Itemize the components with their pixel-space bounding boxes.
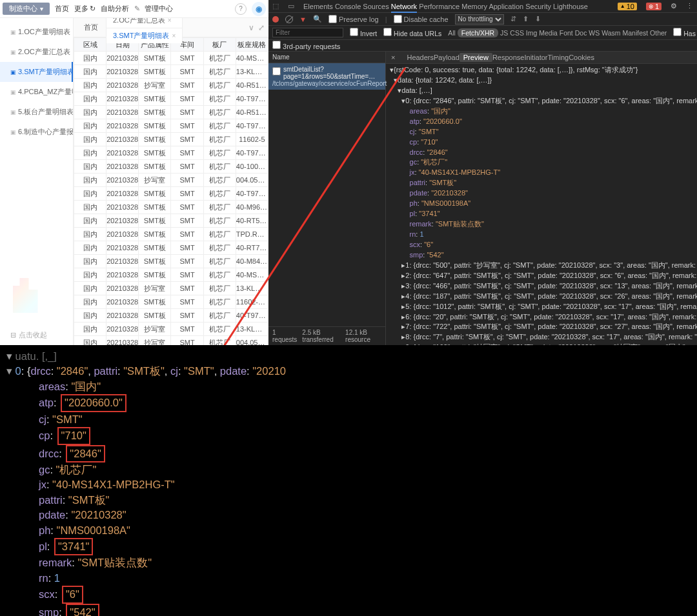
error-badge[interactable]: 1 — [646, 3, 662, 10]
table-row[interactable]: 国内20210328SMT板SMT机芯厂40-MS14X1-M — [74, 52, 268, 65]
tb-manage[interactable]: ✎ 管理中心 — [134, 4, 173, 14]
filter-type-other[interactable]: Other — [650, 29, 667, 37]
devtools-tab-network[interactable]: Network — [391, 1, 417, 13]
record-icon[interactable] — [272, 16, 279, 23]
devtools-panel: ⬚ ▭ Elements Console Sources Network Per… — [268, 0, 697, 345]
cell: 20210328 — [106, 174, 139, 187]
disable-cache-checkbox[interactable]: Disable cache — [394, 15, 449, 23]
table-row[interactable]: 国内20210328SMT板SMT机芯厂11602-500 — [74, 295, 268, 309]
tab-0[interactable]: 2.OC产量汇总表 × — [106, 18, 183, 28]
devtools-tab-performance[interactable]: Performance — [419, 1, 460, 12]
tab-menu-icon[interactable]: ∨ — [248, 23, 254, 32]
clear-icon[interactable] — [285, 15, 293, 23]
detail-tab-cookies[interactable]: Cookies — [569, 54, 594, 61]
table-row[interactable]: 国内20210328抄写室SMT机芯厂40-R51MH1-M — [74, 79, 268, 92]
table-row[interactable]: 国内20210328SMT板SMT机芯厂40-T972AH-M — [74, 92, 268, 106]
table-row[interactable]: 国内20210328SMT板SMT机芯厂40-R51MW1-M — [74, 106, 268, 119]
table-row[interactable]: 国内20210328SMT板SMT机芯厂40-T972AN-M — [74, 119, 268, 133]
filter-input[interactable] — [272, 28, 343, 37]
table-row[interactable]: 国内20210328SMT板SMT机芯厂40-T972AM-M — [74, 146, 268, 160]
table-row[interactable]: 国内20210328SMT板SMT机芯厂40-M848CV-M — [74, 255, 268, 268]
table-row[interactable]: 国内20210328SMT板SMT机芯厂40-RT73H2-M — [74, 241, 268, 255]
table-row[interactable]: 国内20210328SMT板SMT机芯厂40-MS14FA-M — [74, 268, 268, 282]
device-icon[interactable]: ▭ — [288, 2, 294, 10]
tab-expand-icon[interactable]: ⤢ — [258, 23, 265, 32]
table-row[interactable]: 国内20210328SMT板SMT机芯厂40-T972AI — [74, 309, 268, 323]
close-icon[interactable]: × — [168, 18, 172, 24]
table-row[interactable]: 国内20210328SMT板SMT机芯厂40-T972AO — [74, 187, 268, 201]
search-icon[interactable]: 🔍 — [313, 15, 322, 23]
cell: 40-R51MH1-M — [236, 79, 268, 92]
help-icon[interactable]: ? — [235, 3, 247, 15]
blocked-cookies-checkbox[interactable]: Has blocked cookies — [673, 28, 697, 37]
detail-tab-headers[interactable]: Headers — [407, 54, 434, 61]
devtools-tab-lighthouse[interactable]: Lighthouse — [553, 1, 588, 12]
devtools-tab-elements[interactable]: Elements — [303, 1, 333, 12]
filter-type-fetch/xhr[interactable]: Fetch/XHR — [458, 28, 498, 37]
table-row[interactable]: 国内20210328抄写室SMT机芯厂13-KLMAG — [74, 282, 268, 295]
detail-tab-timing[interactable]: Timing — [548, 54, 569, 61]
table-row[interactable]: 国内20210328抄写室SMT机芯厂004.052.0C — [74, 174, 268, 187]
detail-tab-initiator[interactable]: Initiator — [524, 54, 547, 61]
tab-1[interactable]: 3.SMT产量明细表 × — [106, 28, 183, 43]
table-row[interactable]: 国内20210328SMT板SMT机芯厂40-RT51H2-M — [74, 214, 268, 228]
filter-type-font[interactable]: Font — [560, 29, 573, 37]
hide-dataurls-checkbox[interactable]: Hide data URLs — [383, 28, 441, 37]
close-detail-icon[interactable]: × — [391, 54, 395, 61]
center-dropdown[interactable]: 制造中心 — [3, 3, 50, 15]
download-icon[interactable]: ⬇ — [535, 15, 541, 23]
filter-type-wasm[interactable]: Wasm — [601, 29, 620, 37]
more-icon[interactable]: ⋮ — [686, 2, 693, 10]
inspect-icon[interactable]: ⬚ — [272, 2, 279, 10]
tab-home[interactable]: 首页 — [77, 20, 105, 35]
filter-type-img[interactable]: Img — [526, 29, 538, 37]
devtools-tab-security[interactable]: Security — [525, 1, 551, 12]
detail-tab-payload[interactable]: Payload — [434, 54, 460, 61]
filter-toggle-icon[interactable]: ▼ — [299, 15, 307, 23]
invert-checkbox[interactable]: Invert — [350, 28, 377, 37]
sidebar-item-5[interactable]: ▣6.制造中心产量报表 — [0, 122, 73, 142]
warning-badge[interactable]: 10 — [618, 3, 637, 10]
devtools-tab-sources[interactable]: Sources — [363, 1, 389, 12]
table-row[interactable]: 国内20210328SMT板SMT机芯厂40-100X6R-D — [74, 160, 268, 174]
cell: 40-MS14FA-M — [236, 268, 268, 282]
table-row[interactable]: 国内20210328SMT板SMT机芯厂13-KLM8G — [74, 65, 268, 79]
wifi-icon[interactable]: ⇵ — [510, 15, 516, 23]
third-party-checkbox[interactable]: 3rd-party requests — [272, 41, 340, 50]
sidebar-item-0[interactable]: ▣1.OC产量明细表 — [0, 22, 73, 42]
filter-type-doc[interactable]: Doc — [575, 29, 587, 37]
filter-type-all[interactable]: All — [448, 29, 456, 37]
filter-type-ws[interactable]: WS — [589, 29, 600, 37]
tb-home[interactable]: 首页 — [55, 4, 69, 14]
throttling-select[interactable]: No throttling — [455, 14, 504, 25]
preserve-log-checkbox[interactable]: Preserve log — [328, 15, 379, 23]
sidebar-item-2[interactable]: ▣3.SMT产量明细表 — [0, 62, 73, 82]
cell: 40-R51MW1-M — [236, 106, 268, 119]
request-row[interactable]: smtDetailList?page=1&rows=50&startTime=…… — [268, 63, 385, 90]
sidebar-item-3[interactable]: ▣4.PCBA_MZ产量明细表 — [0, 82, 73, 102]
preview-json[interactable]: ▾{rstCode: 0, success: true, data: {tota… — [386, 64, 697, 345]
devtools-tab-application[interactable]: Application — [489, 1, 523, 12]
cell: 国内 — [74, 309, 106, 323]
filter-type-media[interactable]: Media — [539, 29, 558, 37]
table-row[interactable]: 国内20210328SMT板SMT机芯厂40-M96S2C-M — [74, 201, 268, 214]
filter-type-manifest[interactable]: Manifest — [622, 29, 648, 37]
detail-tab-preview[interactable]: Preview — [460, 53, 492, 62]
sidebar-item-1[interactable]: ▣2.OC产量汇总表 — [0, 42, 73, 62]
devtools-tab-console[interactable]: Console — [335, 1, 361, 12]
table-row[interactable]: 国内20210328抄写室SMT机芯厂13-KLMAG1 — [74, 323, 268, 336]
upload-icon[interactable]: ⬆ — [523, 15, 529, 23]
table-row[interactable]: 国内20210328SMT板SMT机芯厂11602-5 — [74, 133, 268, 146]
table-row[interactable]: 国内20210328SMT板SMT机芯厂TPD.RT2841.P — [74, 228, 268, 241]
table-row[interactable]: 国内20210328抄写室SMT机芯厂004.052.0C — [74, 336, 268, 346]
devtools-tab-memory[interactable]: Memory — [461, 1, 487, 12]
gear-icon[interactable]: ⚙ — [671, 2, 677, 10]
filter-type-js[interactable]: JS — [500, 29, 508, 37]
tb-self-analyze[interactable]: 自助分析 — [101, 4, 129, 14]
tb-more[interactable]: 更多↻ — [74, 4, 96, 14]
filter-type-css[interactable]: CSS — [510, 29, 524, 37]
sidebar-item-4[interactable]: ▣5.板台产量明细表 — [0, 102, 73, 122]
collapse-hint[interactable]: ⊟ 点击收起 — [10, 330, 47, 340]
close-icon[interactable]: × — [172, 32, 176, 39]
detail-tab-response[interactable]: Response — [492, 54, 525, 61]
